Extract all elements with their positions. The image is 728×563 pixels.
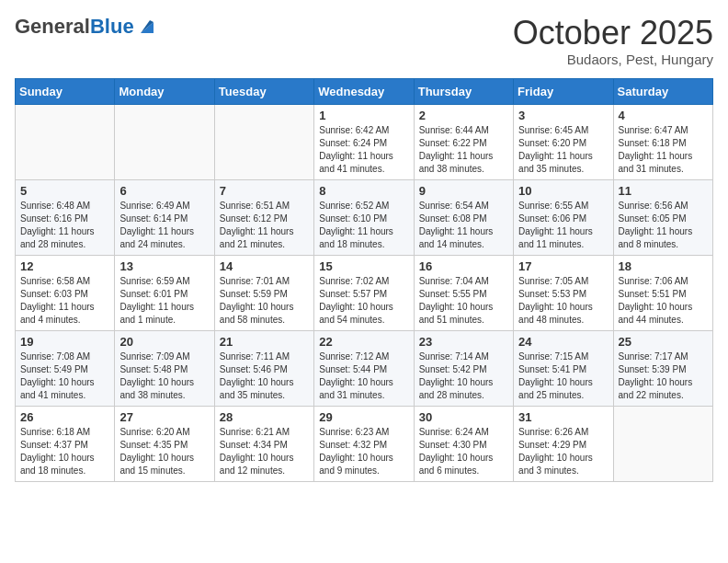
calendar-cell: 18Sunrise: 7:06 AM Sunset: 5:51 PM Dayli… — [613, 255, 712, 330]
day-info: Sunrise: 7:04 AM Sunset: 5:55 PM Dayligh… — [419, 275, 508, 327]
day-info: Sunrise: 6:44 AM Sunset: 6:22 PM Dayligh… — [419, 124, 508, 176]
day-info: Sunrise: 7:09 AM Sunset: 5:48 PM Dayligh… — [119, 350, 209, 402]
day-number: 18 — [619, 259, 708, 273]
day-info: Sunrise: 6:24 AM Sunset: 4:30 PM Dayligh… — [419, 426, 508, 477]
calendar-cell: 14Sunrise: 7:01 AM Sunset: 5:59 PM Dayli… — [214, 255, 313, 330]
calendar-cell: 15Sunrise: 7:02 AM Sunset: 5:57 PM Dayli… — [314, 255, 414, 330]
day-number: 7 — [220, 184, 309, 198]
calendar-cell: 17Sunrise: 7:05 AM Sunset: 5:53 PM Dayli… — [514, 255, 613, 330]
day-number: 26 — [20, 410, 109, 424]
day-number: 13 — [119, 259, 209, 273]
calendar-cell: 16Sunrise: 7:04 AM Sunset: 5:55 PM Dayli… — [414, 255, 513, 330]
weekday-header-monday: Monday — [115, 78, 214, 104]
calendar-cell: 27Sunrise: 6:20 AM Sunset: 4:35 PM Dayli… — [115, 406, 214, 481]
weekday-header-thursday: Thursday — [414, 78, 513, 104]
weekday-header-row: SundayMondayTuesdayWednesdayThursdayFrid… — [16, 78, 713, 104]
calendar-cell: 11Sunrise: 6:56 AM Sunset: 6:05 PM Dayli… — [613, 179, 712, 255]
calendar-cell: 10Sunrise: 6:55 AM Sunset: 6:06 PM Dayli… — [514, 179, 613, 255]
day-number: 21 — [220, 335, 309, 349]
calendar-cell — [613, 406, 712, 481]
day-number: 19 — [20, 335, 109, 349]
day-info: Sunrise: 6:52 AM Sunset: 6:10 PM Dayligh… — [319, 200, 408, 251]
calendar-week-2: 5Sunrise: 6:48 AM Sunset: 6:16 PM Daylig… — [16, 179, 713, 255]
day-info: Sunrise: 6:55 AM Sunset: 6:06 PM Dayligh… — [518, 200, 608, 251]
calendar-cell: 7Sunrise: 6:51 AM Sunset: 6:12 PM Daylig… — [214, 179, 313, 255]
day-info: Sunrise: 7:02 AM Sunset: 5:57 PM Dayligh… — [319, 275, 408, 327]
calendar-cell — [214, 104, 313, 179]
day-number: 16 — [419, 259, 508, 273]
day-info: Sunrise: 7:01 AM Sunset: 5:59 PM Dayligh… — [220, 275, 309, 327]
weekday-header-sunday: Sunday — [16, 78, 115, 104]
logo-icon — [137, 17, 154, 33]
calendar-cell: 25Sunrise: 7:17 AM Sunset: 5:39 PM Dayli… — [613, 330, 712, 406]
day-info: Sunrise: 6:18 AM Sunset: 4:37 PM Dayligh… — [20, 426, 109, 477]
calendar-cell — [115, 104, 214, 179]
day-number: 11 — [619, 184, 708, 198]
day-number: 17 — [518, 259, 608, 273]
day-info: Sunrise: 7:14 AM Sunset: 5:42 PM Dayligh… — [419, 350, 508, 402]
day-number: 2 — [419, 109, 508, 122]
day-number: 23 — [419, 335, 508, 349]
day-info: Sunrise: 6:26 AM Sunset: 4:29 PM Dayligh… — [518, 426, 608, 477]
month-title: October 2025 — [513, 15, 713, 52]
day-info: Sunrise: 6:20 AM Sunset: 4:35 PM Dayligh… — [119, 426, 209, 477]
logo: GeneralBlue — [15, 15, 154, 39]
day-number: 3 — [518, 109, 608, 122]
calendar-cell: 19Sunrise: 7:08 AM Sunset: 5:49 PM Dayli… — [16, 330, 115, 406]
day-number: 15 — [319, 259, 408, 273]
calendar-cell: 9Sunrise: 6:54 AM Sunset: 6:08 PM Daylig… — [414, 179, 513, 255]
calendar-cell: 4Sunrise: 6:47 AM Sunset: 6:18 PM Daylig… — [613, 104, 712, 179]
weekday-header-wednesday: Wednesday — [314, 78, 414, 104]
calendar-cell: 23Sunrise: 7:14 AM Sunset: 5:42 PM Dayli… — [414, 330, 513, 406]
calendar-cell: 24Sunrise: 7:15 AM Sunset: 5:41 PM Dayli… — [514, 330, 613, 406]
calendar-week-1: 1Sunrise: 6:42 AM Sunset: 6:24 PM Daylig… — [16, 104, 713, 179]
calendar-cell: 6Sunrise: 6:49 AM Sunset: 6:14 PM Daylig… — [115, 179, 214, 255]
day-number: 5 — [20, 184, 109, 198]
day-info: Sunrise: 6:48 AM Sunset: 6:16 PM Dayligh… — [20, 200, 109, 251]
day-number: 29 — [319, 410, 408, 424]
day-info: Sunrise: 7:15 AM Sunset: 5:41 PM Dayligh… — [518, 350, 608, 402]
day-number: 6 — [119, 184, 209, 198]
calendar-cell: 2Sunrise: 6:44 AM Sunset: 6:22 PM Daylig… — [414, 104, 513, 179]
day-number: 12 — [20, 259, 109, 273]
calendar-table: SundayMondayTuesdayWednesdayThursdayFrid… — [15, 78, 713, 482]
logo-blue-text: Blue — [90, 15, 134, 39]
day-number: 27 — [119, 410, 209, 424]
day-number: 24 — [518, 335, 608, 349]
logo-general-text: General — [15, 15, 90, 39]
day-info: Sunrise: 6:47 AM Sunset: 6:18 PM Dayligh… — [619, 124, 708, 176]
day-info: Sunrise: 6:21 AM Sunset: 4:34 PM Dayligh… — [220, 426, 309, 477]
calendar-cell: 3Sunrise: 6:45 AM Sunset: 6:20 PM Daylig… — [514, 104, 613, 179]
day-number: 14 — [220, 259, 309, 273]
day-number: 22 — [319, 335, 408, 349]
calendar-cell: 12Sunrise: 6:58 AM Sunset: 6:03 PM Dayli… — [16, 255, 115, 330]
day-number: 10 — [518, 184, 608, 198]
calendar-cell: 20Sunrise: 7:09 AM Sunset: 5:48 PM Dayli… — [115, 330, 214, 406]
day-number: 20 — [119, 335, 209, 349]
day-info: Sunrise: 6:42 AM Sunset: 6:24 PM Dayligh… — [319, 124, 408, 176]
calendar-cell: 8Sunrise: 6:52 AM Sunset: 6:10 PM Daylig… — [314, 179, 414, 255]
day-info: Sunrise: 6:23 AM Sunset: 4:32 PM Dayligh… — [319, 426, 408, 477]
day-info: Sunrise: 6:56 AM Sunset: 6:05 PM Dayligh… — [619, 200, 708, 251]
day-info: Sunrise: 7:12 AM Sunset: 5:44 PM Dayligh… — [319, 350, 408, 402]
calendar-cell: 29Sunrise: 6:23 AM Sunset: 4:32 PM Dayli… — [314, 406, 414, 481]
calendar-cell: 31Sunrise: 6:26 AM Sunset: 4:29 PM Dayli… — [514, 406, 613, 481]
calendar-cell: 22Sunrise: 7:12 AM Sunset: 5:44 PM Dayli… — [314, 330, 414, 406]
calendar-cell: 26Sunrise: 6:18 AM Sunset: 4:37 PM Dayli… — [16, 406, 115, 481]
calendar-cell: 30Sunrise: 6:24 AM Sunset: 4:30 PM Dayli… — [414, 406, 513, 481]
day-number: 25 — [619, 335, 708, 349]
day-info: Sunrise: 6:49 AM Sunset: 6:14 PM Dayligh… — [119, 200, 209, 251]
calendar-cell: 1Sunrise: 6:42 AM Sunset: 6:24 PM Daylig… — [314, 104, 414, 179]
calendar-cell: 21Sunrise: 7:11 AM Sunset: 5:46 PM Dayli… — [214, 330, 313, 406]
weekday-header-tuesday: Tuesday — [214, 78, 313, 104]
day-number: 28 — [220, 410, 309, 424]
page-header: GeneralBlue October 2025 Budaors, Pest, … — [15, 15, 713, 67]
title-block: October 2025 Budaors, Pest, Hungary — [513, 15, 713, 67]
day-info: Sunrise: 7:08 AM Sunset: 5:49 PM Dayligh… — [20, 350, 109, 402]
calendar-cell: 13Sunrise: 6:59 AM Sunset: 6:01 PM Dayli… — [115, 255, 214, 330]
day-number: 31 — [518, 410, 608, 424]
calendar-week-3: 12Sunrise: 6:58 AM Sunset: 6:03 PM Dayli… — [16, 255, 713, 330]
day-number: 8 — [319, 184, 408, 198]
calendar-cell: 5Sunrise: 6:48 AM Sunset: 6:16 PM Daylig… — [16, 179, 115, 255]
day-info: Sunrise: 6:59 AM Sunset: 6:01 PM Dayligh… — [119, 275, 209, 327]
